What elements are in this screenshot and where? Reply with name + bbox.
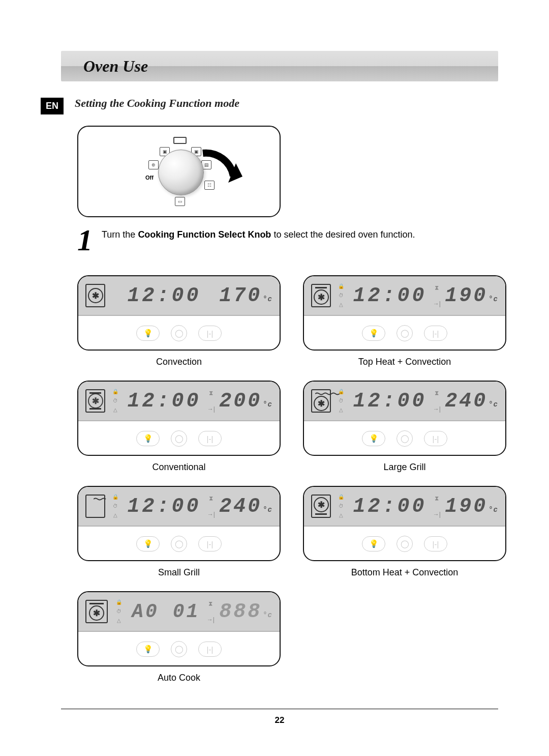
top_bottom-icon: ✱ xyxy=(85,389,105,413)
temperature-display: 190°c xyxy=(445,495,498,518)
fan_top-icon: ✱ xyxy=(311,284,331,307)
display-bottom: 💡◯|-| xyxy=(304,527,505,561)
clock-display: 12:00 xyxy=(128,390,201,413)
temperature-display: 888°c xyxy=(219,600,272,623)
section-heading-row: EN Setting the Cooking Function mode xyxy=(41,97,498,114)
light-button[interactable]: 💡 xyxy=(362,326,385,341)
light-button[interactable]: 💡 xyxy=(136,642,160,657)
temperature-display: 240°c xyxy=(445,390,498,413)
mode-caption: Large Grill xyxy=(383,462,425,473)
display-panel: ✱🔒⏱△12:00⧗→|200°c💡◯|-| xyxy=(77,381,281,456)
timer-button[interactable]: |-| xyxy=(198,431,222,446)
clock-display: 12:00 xyxy=(128,284,201,307)
mode-caption: Top Heat + Convection xyxy=(358,357,451,367)
duration-icons: ⧗→| xyxy=(207,495,216,518)
fan_bottom-icon: ✱ xyxy=(311,495,331,518)
display-top: ✱🔒⏱△12:00⧗→|240°c xyxy=(304,382,505,421)
function-select-knob[interactable] xyxy=(158,150,204,195)
display-bottom: 💡◯|-| xyxy=(78,527,280,561)
mode-block: ✱🔒⏱△A0 01⧗→|888°c💡◯|-|Auto Cook xyxy=(77,591,281,683)
mode-block: ✱🔒⏱△12:00⧗→|190°c💡◯|-|Bottom Heat + Conv… xyxy=(303,486,506,578)
display-bottom: 💡◯|-| xyxy=(78,421,280,456)
wavy_large-icon: ✱ xyxy=(311,389,331,413)
status-icons: 🔒⏱△ xyxy=(109,389,121,413)
fan-icon: ✱ xyxy=(85,284,105,307)
wavy_small-icon xyxy=(85,495,105,518)
clock-button[interactable]: ◯ xyxy=(171,430,187,447)
light-button[interactable]: 💡 xyxy=(362,431,385,446)
temperature-display: 240°c xyxy=(219,495,272,518)
duration-icons: ⧗→| xyxy=(433,284,441,307)
step-text-prefix: Turn the xyxy=(102,229,138,240)
clock-button[interactable]: ◯ xyxy=(396,536,413,552)
clock-display: 12:00 xyxy=(353,390,427,413)
knob-illustration-wrap: ▣ ▣ ⊛ ▤ ☷ ▭ Off xyxy=(77,126,498,217)
timer-button[interactable]: |-| xyxy=(424,326,447,341)
fan_top-icon: ✱ xyxy=(85,600,108,623)
mode-caption: Bottom Heat + Convection xyxy=(351,567,459,578)
clock-display: 12:00 xyxy=(353,284,427,307)
knob-off-label: Off xyxy=(145,175,154,181)
light-button[interactable]: 💡 xyxy=(362,536,385,551)
light-button[interactable]: 💡 xyxy=(136,431,160,446)
display-panel: ✱🔒⏱△A0 01⧗→|888°c💡◯|-| xyxy=(77,591,281,666)
display-top: ✱🔒⏱△A0 01⧗→|888°c xyxy=(78,592,280,632)
duration-icons: ⧗→| xyxy=(433,495,441,518)
clock-display: 12:00 xyxy=(128,495,201,518)
timer-button[interactable]: |-| xyxy=(198,536,222,551)
clock-button[interactable]: ◯ xyxy=(171,325,187,341)
display-top: 🔒⏱△12:00⧗→|240°c xyxy=(78,487,280,527)
knob-panel: ▣ ▣ ⊛ ▤ ☷ ▭ Off xyxy=(77,126,281,217)
timer-button[interactable]: |-| xyxy=(424,431,447,446)
mode-caption: Convection xyxy=(156,357,202,367)
step-row: 1 Turn the Cooking Function Select Knob … xyxy=(77,226,498,254)
mode-block: ✱🔒⏱△12:00⧗→|240°c💡◯|-|Large Grill xyxy=(303,381,506,473)
status-icons: 🔒⏱△ xyxy=(335,495,347,518)
clock-button[interactable]: ◯ xyxy=(396,430,413,447)
display-top: ✱🔒⏱△12:00⧗→|190°c xyxy=(304,487,505,527)
display-bottom: 💡◯|-| xyxy=(78,316,280,351)
status-icons: 🔒⏱△ xyxy=(335,284,347,307)
duration-icons: ⧗→| xyxy=(206,600,215,623)
step-number: 1 xyxy=(77,226,93,254)
mode-block: ✱🔒⏱△12:00⧗→|170°c💡◯|-|Convection xyxy=(77,275,281,367)
clock-button[interactable]: ◯ xyxy=(171,536,187,552)
display-panel: ✱🔒⏱△12:00⧗→|190°c💡◯|-| xyxy=(303,486,506,561)
knob-pos-top-icon xyxy=(173,137,187,144)
timer-button[interactable]: |-| xyxy=(198,642,222,657)
display-panel: ✱🔒⏱△12:00⧗→|190°c💡◯|-| xyxy=(303,275,506,351)
section-subheading: Setting the Cooking Function mode xyxy=(75,97,239,110)
mode-block: ✱🔒⏱△12:00⧗→|200°c💡◯|-|Conventional xyxy=(77,381,281,473)
display-top: ✱🔒⏱△12:00⧗→|200°c xyxy=(78,382,280,421)
page-number: 22 xyxy=(275,715,285,725)
language-badge: EN xyxy=(41,98,64,114)
display-top: ✱🔒⏱△12:00⧗→|170°c xyxy=(78,276,280,316)
title-bar: Oven Use xyxy=(61,51,498,81)
temperature-display: 190°c xyxy=(445,284,498,307)
clock-button[interactable]: ◯ xyxy=(396,325,413,341)
display-panel: ✱🔒⏱△12:00⧗→|240°c💡◯|-| xyxy=(303,381,506,456)
mode-caption: Small Grill xyxy=(158,567,200,578)
mode-caption: Conventional xyxy=(152,462,205,473)
display-panel: ✱🔒⏱△12:00⧗→|170°c💡◯|-| xyxy=(77,275,281,351)
status-icons: 🔒⏱△ xyxy=(112,600,126,623)
clock-display: A0 01 xyxy=(132,601,200,623)
page-footer: 22 xyxy=(61,709,498,725)
knob-pos-icon: ☷ xyxy=(204,181,215,190)
display-bottom: 💡◯|-| xyxy=(304,421,505,456)
svg-marker-0 xyxy=(228,163,242,183)
mode-block: 🔒⏱△12:00⧗→|240°c💡◯|-|Small Grill xyxy=(77,486,281,578)
light-button[interactable]: 💡 xyxy=(136,536,160,551)
clock-display: 12:00 xyxy=(353,495,427,518)
display-panel: 🔒⏱△12:00⧗→|240°c💡◯|-| xyxy=(77,486,281,561)
timer-button[interactable]: |-| xyxy=(198,326,222,341)
step-instruction: Turn the Cooking Function Select Knob to… xyxy=(102,229,415,240)
temperature-display: 170°c xyxy=(219,284,272,307)
display-bottom: 💡◯|-| xyxy=(78,632,280,666)
knob-pos-icon: ⊛ xyxy=(148,160,159,169)
timer-button[interactable]: |-| xyxy=(424,536,447,551)
mode-caption: Auto Cook xyxy=(158,673,200,683)
light-button[interactable]: 💡 xyxy=(136,326,160,341)
knob-pos-icon: ▭ xyxy=(175,197,185,206)
clock-button[interactable]: ◯ xyxy=(171,641,187,657)
